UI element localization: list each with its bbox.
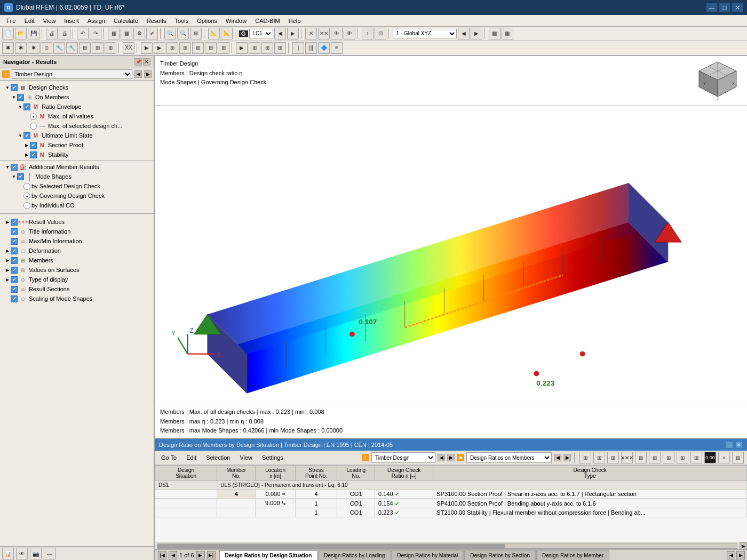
tree-values-surfaces[interactable]: ▶ ✔ ⊞ Values on Surfaces	[0, 265, 154, 275]
check-title[interactable]: ✔	[11, 228, 18, 235]
radio-by-individual[interactable]	[23, 202, 30, 209]
scrollbar-track[interactable]	[157, 543, 737, 549]
menu-calculate[interactable]: Calculate	[109, 17, 142, 25]
results-minimize[interactable]: —	[726, 441, 733, 449]
radio-max-all[interactable]	[30, 113, 37, 120]
tb-view2[interactable]: 📐	[221, 28, 233, 39]
maximize-button[interactable]: □	[719, 3, 730, 12]
nav-icon-filter[interactable]: —	[44, 548, 55, 559]
check-scaling[interactable]: ✔	[11, 295, 18, 302]
radio-by-selected[interactable]	[23, 183, 30, 190]
check-uls[interactable]: ✔	[23, 132, 30, 139]
check-design-checks[interactable]: ✔	[11, 84, 18, 91]
res-tb6[interactable]: ⊞	[649, 452, 661, 463]
tb-r24[interactable]: 🔷	[318, 42, 330, 54]
tb-r3[interactable]: ✱	[28, 42, 39, 54]
tree-max-selected[interactable]: ▶ — Max. of selected design ch...	[0, 121, 154, 131]
tree-members[interactable]: ▶ ✔ ⊞ Members	[0, 255, 154, 265]
tree-scaling[interactable]: ▶ ✔ ☺ Scaling of Mode Shapes	[0, 294, 154, 303]
table-row-1[interactable]: 4 0.000 ≈ 4 CO1 0.140 ✔ SP3100.00 Sectio…	[155, 490, 747, 499]
menu-file[interactable]: File	[2, 17, 20, 25]
nav-close[interactable]: ✕	[143, 58, 150, 66]
tb-cursor[interactable]: ↕	[362, 28, 374, 39]
tree-stability[interactable]: ▶ ✔ M Stability	[0, 150, 154, 159]
res-c1-next[interactable]: ▶	[447, 454, 455, 461]
radio-by-governing[interactable]	[23, 193, 30, 199]
tb-r25[interactable]: ≡	[331, 42, 343, 54]
tb-r14[interactable]: ⊞	[179, 42, 191, 54]
menu-results[interactable]: Results	[142, 17, 171, 25]
expand-result-vals[interactable]: ▶	[4, 219, 11, 225]
check-result-vals[interactable]: ✔	[11, 219, 18, 226]
tree-type-display[interactable]: ▶ ✔ ☺ Type of display	[0, 275, 154, 284]
tree-result-values[interactable]: ▶ ✔ ✕✕✕ Result Values	[0, 217, 154, 227]
tb-r5[interactable]: 🔧	[53, 42, 65, 54]
tb-r9[interactable]: ⊞	[105, 42, 116, 54]
check-additional[interactable]: ✔	[11, 164, 18, 171]
check-surfaces[interactable]: ✔	[11, 267, 18, 274]
res-selection[interactable]: Selection	[203, 454, 233, 461]
tb-view-next[interactable]: ▶	[471, 28, 482, 39]
tb-r20[interactable]: ⊞	[261, 42, 273, 54]
menu-assign[interactable]: Assign	[83, 17, 109, 25]
menu-options[interactable]: Options	[193, 17, 221, 25]
expand-res-sec[interactable]: ▶	[4, 286, 11, 292]
expand-type-disp[interactable]: ▶	[4, 276, 11, 283]
menu-tools[interactable]: Tools	[170, 17, 193, 25]
tb-xxx[interactable]: ✕✕	[318, 28, 330, 39]
expand-ratio-envelope[interactable]: ▼	[17, 103, 23, 110]
tb-r8[interactable]: ⊞	[92, 42, 104, 54]
tb-r16[interactable]: ⊞	[205, 42, 217, 54]
tree-additional[interactable]: ▼ ✔ ⛽ Additional Member Results	[0, 162, 154, 172]
tab-next[interactable]: ▶	[736, 551, 745, 559]
check-res-sec[interactable]: ✔	[11, 286, 18, 293]
check-type-disp[interactable]: ✔	[11, 276, 18, 283]
pg-next[interactable]: ▶	[196, 551, 205, 559]
tb-zoom-out[interactable]: 🔍	[177, 28, 189, 39]
tb-x-icon[interactable]: ✕	[305, 28, 317, 39]
tb-view1[interactable]: 📐	[208, 28, 220, 39]
pg-prev[interactable]: ◀	[169, 551, 177, 559]
tb-save[interactable]: 💾	[28, 28, 39, 39]
tb-view-prev[interactable]: ◀	[458, 28, 470, 39]
tb-fit[interactable]: ⊞	[190, 28, 202, 39]
tb-r10[interactable]: XX	[123, 42, 134, 54]
menu-cadbim[interactable]: CAD-BIM	[251, 17, 284, 25]
tb-r23[interactable]: |||	[305, 42, 317, 54]
minimize-button[interactable]: —	[706, 3, 717, 12]
res-settings[interactable]: Settings	[259, 454, 287, 461]
h-scrollbar[interactable]: ▶	[155, 542, 747, 549]
res-tb7[interactable]: ⊞	[663, 452, 674, 463]
res-tb2[interactable]: ⊞	[593, 452, 605, 463]
expand-by-ind[interactable]: ▶	[17, 202, 23, 209]
tree-title-info[interactable]: ▶ ✔ ☺ Title Information	[0, 227, 154, 236]
nav-icon-view[interactable]: 👁	[16, 548, 28, 559]
expand-mode[interactable]: ▼	[11, 173, 17, 180]
nav-pin[interactable]: 📌	[134, 58, 142, 66]
res-tb1[interactable]: ⊞	[579, 452, 591, 463]
expand-scaling[interactable]: ▶	[4, 295, 11, 302]
tb-print[interactable]: 🖨	[46, 28, 58, 39]
tb-next-lc[interactable]: ▶	[287, 28, 299, 39]
menu-edit[interactable]: Edit	[20, 17, 39, 25]
menu-help[interactable]: Help	[284, 17, 305, 25]
scrollbar-thumb[interactable]	[157, 544, 505, 548]
tb-r1[interactable]: ✱	[2, 42, 14, 54]
check-members[interactable]: ✔	[11, 257, 18, 264]
nav-next[interactable]: ▶	[144, 70, 152, 78]
expand-deform[interactable]: ▶	[4, 247, 11, 254]
tb-r18[interactable]: ▶	[236, 42, 248, 54]
viewport[interactable]: 0.107 0.223 X Y Z	[155, 106, 747, 405]
results-combo2[interactable]: Design Ratios on Members	[466, 452, 552, 463]
menu-insert[interactable]: Insert	[60, 17, 83, 25]
tab-by-section[interactable]: Design Ratios by Section	[464, 550, 536, 560]
tb-r22[interactable]: |	[292, 42, 304, 54]
expand-on-members[interactable]: ▼	[11, 94, 17, 100]
tb-select[interactable]: ▦	[108, 28, 120, 39]
tb-r11[interactable]: ▶	[141, 42, 153, 54]
res-tb10[interactable]: »	[718, 452, 730, 463]
tb-r17[interactable]: ⊞	[218, 42, 229, 54]
tree-by-individual[interactable]: ▶ by Individual CO	[0, 201, 154, 210]
expand-surfaces[interactable]: ▶	[4, 267, 11, 273]
expand-additional[interactable]: ▼	[4, 164, 11, 170]
